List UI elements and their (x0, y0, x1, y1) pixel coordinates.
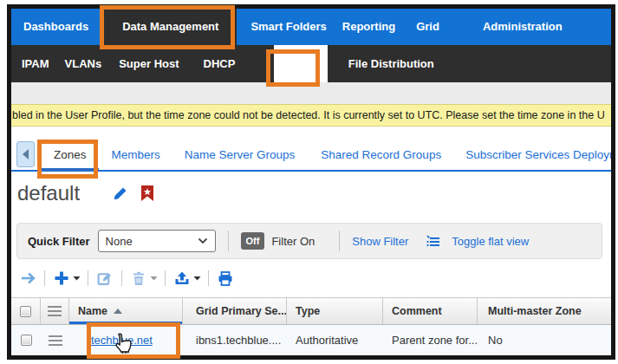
filter-on-label: Filter On (271, 235, 315, 248)
bookmark-button[interactable] (140, 185, 154, 202)
toggle-flat-view-link[interactable]: Toggle flat view (452, 235, 529, 248)
table-header-row: Name Grid Primary Se... Type Comment Mul… (11, 297, 611, 325)
sort-ascending-icon (114, 309, 122, 314)
export-dropdown-caret[interactable] (193, 276, 201, 281)
type-cell: Authoritative (287, 325, 383, 355)
plus-icon (54, 270, 69, 286)
row-select-cell (11, 325, 41, 355)
tab-scroll-left-button[interactable] (16, 141, 35, 167)
cell-value: ibns1.techblue.... (196, 334, 281, 347)
nav-grid[interactable]: Grid (416, 9, 439, 45)
nav-reporting[interactable]: Reporting (342, 9, 395, 45)
edit-view-button[interactable] (113, 185, 128, 201)
column-label: Type (296, 305, 320, 317)
annotation-box-dns (266, 49, 320, 87)
tab-shared-record-groups[interactable]: Shared Record Groups (321, 148, 441, 170)
cell-value: No (488, 334, 503, 347)
delete-button[interactable] (129, 269, 148, 288)
quick-filter-selected-value: None (106, 235, 133, 248)
subnav-vlans[interactable]: VLANs (65, 45, 102, 82)
row-menu-cell (41, 325, 69, 355)
divider (88, 270, 88, 286)
column-label: Comment (392, 305, 442, 317)
subnav-super-host[interactable]: Super Host (119, 45, 179, 82)
filter-toggle-off-badge[interactable]: Off (241, 232, 265, 250)
print-button[interactable] (216, 269, 235, 288)
flat-view-icon[interactable] (426, 235, 440, 247)
column-label: Grid Primary Se... (196, 305, 287, 317)
subnav-dhcp[interactable]: DHCP (204, 45, 236, 82)
edit-button[interactable] (95, 269, 114, 288)
column-header-multi-master[interactable]: Multi-master Zone (478, 298, 611, 324)
trash-icon (132, 271, 146, 286)
row-menu-icon[interactable] (49, 335, 62, 346)
cell-value: Authoritative (296, 334, 358, 347)
divider (339, 231, 340, 251)
go-to-button[interactable] (18, 269, 37, 288)
annotation-box-zones (37, 140, 98, 179)
export-button[interactable] (172, 269, 192, 288)
divider (208, 270, 209, 286)
column-header-name[interactable]: Name (69, 298, 183, 324)
column-header-grid-primary[interactable]: Grid Primary Se... (183, 298, 287, 324)
select-all-checkbox[interactable] (20, 306, 31, 317)
upload-icon (174, 271, 190, 286)
column-header-type[interactable]: Type (287, 298, 383, 324)
tab-name-server-groups[interactable]: Name Server Groups (185, 148, 296, 170)
column-label: Multi-master Zone (488, 305, 582, 317)
hand-cursor-icon (113, 333, 132, 354)
chevron-left-icon (23, 149, 29, 159)
divider (228, 231, 229, 251)
page-title: default (17, 181, 80, 205)
subnav-ipam[interactable]: IPAM (22, 45, 49, 82)
row-checkbox[interactable] (21, 335, 32, 346)
column-header-comment[interactable]: Comment (383, 298, 478, 324)
delete-dropdown-caret[interactable] (150, 276, 158, 281)
bookmark-star-icon (140, 185, 154, 202)
divider (121, 270, 122, 286)
multi-master-cell: No (478, 325, 611, 355)
column-label: Name (78, 305, 107, 317)
divider (44, 270, 45, 286)
add-dropdown-caret[interactable] (73, 276, 81, 281)
chevron-down-icon (198, 237, 208, 244)
grid-primary-cell: ibns1.techblue.... (183, 325, 287, 355)
quick-filter-label: Quick Filter (28, 235, 90, 248)
comment-cell: Parent zone for... (383, 325, 478, 355)
table-menu-icon[interactable] (48, 306, 62, 316)
quick-filter-select[interactable]: None (98, 230, 216, 252)
printer-icon (218, 271, 233, 286)
select-all-cell (11, 298, 41, 324)
annotation-box-techblue-net (87, 322, 180, 359)
tab-subscriber-services-deployment[interactable]: Subscriber Services Deploym (465, 148, 611, 170)
annotation-box-data-management (100, 5, 235, 49)
view-title-row: default (11, 179, 611, 208)
nav-smart-folders[interactable]: Smart Folders (250, 9, 326, 45)
divider (165, 270, 166, 286)
show-filter-link[interactable]: Show Filter (352, 235, 408, 248)
add-button[interactable] (52, 269, 71, 288)
quick-filter-panel: Quick Filter None Off Filter On Show Fil… (16, 223, 602, 259)
tab-bar: Zones Members Name Server Groups Shared … (11, 139, 611, 172)
nav-administration[interactable]: Administration (483, 9, 563, 45)
header-menu-cell (41, 298, 69, 324)
cell-value: Parent zone for... (392, 334, 478, 347)
subnav-file-distribution[interactable]: File Distribution (348, 45, 434, 82)
main-content: Zones Members Name Server Groups Shared … (11, 127, 611, 355)
tab-members[interactable]: Members (112, 148, 160, 170)
nav-dashboards[interactable]: Dashboards (23, 9, 88, 45)
pencil-icon (113, 185, 128, 201)
edit-icon (97, 270, 113, 286)
timezone-warning-banner: bled in the User Profile, but the time z… (11, 104, 611, 127)
zones-toolbar (18, 265, 611, 291)
arrow-right-icon (20, 271, 36, 285)
